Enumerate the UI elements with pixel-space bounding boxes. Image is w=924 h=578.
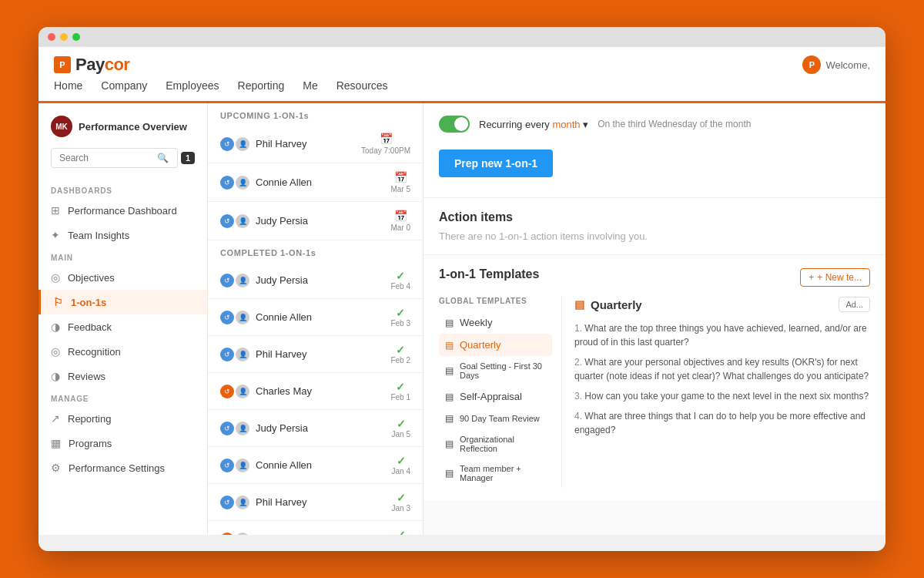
completed-header: COMPLETED 1-ON-1s bbox=[208, 240, 423, 262]
meeting-item-judy-persia-jan5[interactable]: ↺👤 Judy Persia ✓Jan 5 bbox=[208, 410, 423, 447]
sidebar-item-performance-settings[interactable]: ⚙ Performance Settings bbox=[38, 455, 207, 480]
sidebar-item-label: Recognition bbox=[68, 346, 121, 358]
template-item-org-reflection[interactable]: ▤ Organizational Reflection bbox=[439, 429, 552, 459]
welcome-badge: P Welcome, bbox=[802, 55, 870, 74]
dashboard-icon: ⊞ bbox=[51, 204, 60, 217]
settings-icon: ⚙ bbox=[51, 462, 61, 474]
template-item-quarterly[interactable]: ▤ Quarterly bbox=[439, 334, 552, 356]
welcome-text: Welcome, bbox=[825, 59, 870, 71]
meeting-icons: ↺ 👤 bbox=[220, 137, 249, 151]
template-item-90day[interactable]: ▤ 90 Day Team Review bbox=[439, 408, 552, 429]
action-items-empty: There are no 1-on-1 action items involvi… bbox=[439, 230, 870, 242]
meeting-name: Charles May bbox=[256, 533, 392, 535]
meeting-name: Phil Harvey bbox=[256, 348, 390, 360]
upcoming-header: UPCOMING 1-ON-1s bbox=[208, 103, 423, 125]
meeting-name: Connie Allen bbox=[256, 459, 392, 471]
meeting-item-connie-allen-jan4[interactable]: ↺👤 Connie Allen ✓Jan 4 bbox=[208, 447, 423, 484]
feedback-icon: ◑ bbox=[51, 321, 60, 333]
minimize-dot[interactable] bbox=[60, 33, 68, 41]
plus-icon: + bbox=[808, 272, 814, 283]
meeting-item-phil-harvey-upcoming[interactable]: ↺ 👤 Phil Harvey 📅 Today 7:00PM bbox=[208, 125, 423, 163]
template-question-2: 2. What are your personal objectives and… bbox=[574, 355, 870, 383]
close-dot[interactable] bbox=[48, 33, 55, 41]
sidebar-item-label: Performance Dashboard bbox=[68, 205, 177, 217]
meeting-name: Connie Allen bbox=[256, 311, 390, 323]
main-section-label: MAIN bbox=[38, 247, 207, 265]
template-detail-icon: ▤ bbox=[574, 298, 584, 311]
1on1s-icon: ⚐ bbox=[53, 296, 63, 308]
nav-reporting[interactable]: Reporting bbox=[238, 79, 285, 95]
meeting-name: Judy Persia bbox=[256, 422, 392, 434]
sidebar-search[interactable]: 🔍 1 bbox=[51, 148, 195, 168]
meeting-item-phil-harvey-feb2[interactable]: ↺👤 Phil Harvey ✓Feb 2 bbox=[208, 336, 423, 373]
sidebar-item-reporting[interactable]: ↗ Reporting bbox=[38, 406, 207, 431]
prep-button[interactable]: Prep new 1-on-1 bbox=[439, 150, 553, 177]
content-area: UPCOMING 1-ON-1s ↺ 👤 Phil Harvey 📅 Today… bbox=[208, 103, 886, 535]
sidebar-item-label: Reviews bbox=[68, 371, 105, 382]
meeting-item-judy-persia-upcoming[interactable]: ↺ 👤 Judy Persia 📅 Mar 0 bbox=[208, 202, 423, 240]
template-item-team-manager[interactable]: ▤ Team member + Manager bbox=[439, 459, 552, 488]
meeting-item-connie-allen-upcoming[interactable]: ↺ 👤 Connie Allen 📅 Mar 5 bbox=[208, 163, 423, 202]
template-detail-title: ▤ Quarterly Ad... bbox=[574, 297, 870, 312]
templates-section: 1-on-1 Templates + + New te... GLOBAL TE… bbox=[424, 255, 886, 500]
recurring-note: On the third Wednesday of the month bbox=[598, 119, 751, 129]
meeting-icons: ↺ 👤 bbox=[220, 176, 249, 190]
logo: P Paycor bbox=[54, 55, 129, 75]
sidebar-item-label: Performance Settings bbox=[69, 462, 165, 474]
sidebar-item-feedback[interactable]: ◑ Feedback bbox=[38, 314, 207, 339]
template-icon: ▤ bbox=[445, 318, 454, 328]
template-icon: ▤ bbox=[445, 340, 454, 351]
recurring-text: Recurring every month ▾ bbox=[479, 119, 588, 130]
global-templates-label: GLOBAL TEMPLATES bbox=[439, 297, 552, 305]
template-item-self-appraisal[interactable]: ▤ Self-Appraisal bbox=[439, 385, 552, 408]
browser-body: P Paycor P Welcome, Home Company Employe… bbox=[38, 47, 886, 535]
recurring-section: Recurring every month ▾ On the third Wed… bbox=[424, 103, 886, 198]
meeting-item-phil-harvey-jan3[interactable]: ↺👤 Phil Harvey ✓Jan 3 bbox=[208, 484, 423, 521]
middle-panel: UPCOMING 1-ON-1s ↺ 👤 Phil Harvey 📅 Today… bbox=[208, 103, 424, 535]
sidebar-item-label: Programs bbox=[69, 438, 112, 449]
sidebar-item-label: Objectives bbox=[68, 272, 115, 284]
avatar-icon: 👤 bbox=[236, 137, 249, 151]
template-icon: ▤ bbox=[445, 365, 454, 376]
new-template-button[interactable]: + + New te... bbox=[800, 268, 870, 287]
manage-section-label: MANAGE bbox=[38, 388, 207, 406]
meeting-item-judy-persia-feb4[interactable]: ↺👤 Judy Persia ✓Feb 4 bbox=[208, 262, 423, 299]
reporting-icon: ↗ bbox=[51, 412, 60, 425]
sidebar-item-performance-dashboard[interactable]: ⊞ Performance Dashboard bbox=[38, 198, 207, 223]
sync-icon: ↺ bbox=[220, 176, 234, 190]
sidebar-item-1on1s[interactable]: ⚐ 1-on-1s bbox=[38, 290, 207, 314]
sidebar-item-programs[interactable]: ▦ Programs bbox=[38, 431, 207, 455]
sidebar-item-team-insights[interactable]: ✦ Team Insights bbox=[38, 223, 207, 247]
nav-employees[interactable]: Employees bbox=[166, 79, 219, 95]
sidebar: MK Performance Overview 🔍 1 DASHBOARDS ⊞… bbox=[38, 103, 208, 535]
template-question-1: 1. What are the top three things you hav… bbox=[574, 321, 870, 349]
sidebar-item-reviews[interactable]: ◑ Reviews bbox=[38, 364, 207, 388]
template-icon: ▤ bbox=[445, 439, 454, 449]
add-template-button[interactable]: Ad... bbox=[839, 297, 870, 312]
sidebar-item-objectives[interactable]: ◎ Objectives bbox=[38, 265, 207, 290]
maximize-dot[interactable] bbox=[72, 33, 80, 41]
nav-home[interactable]: Home bbox=[54, 79, 82, 95]
nav-me[interactable]: Me bbox=[303, 79, 317, 95]
template-item-goal-setting[interactable]: ▤ Goal Setting - First 30 Days bbox=[439, 356, 552, 385]
sidebar-item-label: 1-on-1s bbox=[71, 297, 106, 308]
sidebar-item-recognition[interactable]: ◎ Recognition bbox=[38, 339, 207, 364]
sync-icon: ↺ bbox=[220, 137, 234, 151]
template-list: GLOBAL TEMPLATES ▤ Weekly ▤ Quarterly bbox=[439, 297, 562, 488]
toggle-knob bbox=[454, 117, 468, 131]
action-items-section: Action items There are no 1-on-1 action … bbox=[424, 198, 886, 255]
right-panel: Recurring every month ▾ On the third Wed… bbox=[424, 103, 886, 535]
month-link[interactable]: month bbox=[552, 119, 580, 130]
nav-resources[interactable]: Resources bbox=[336, 79, 388, 95]
template-icon: ▤ bbox=[445, 468, 454, 479]
recurring-toggle[interactable] bbox=[439, 116, 470, 133]
meeting-name: Judy Persia bbox=[256, 274, 390, 286]
nav-company[interactable]: Company bbox=[101, 79, 147, 95]
template-item-weekly[interactable]: ▤ Weekly bbox=[439, 311, 552, 334]
action-items-title: Action items bbox=[439, 210, 870, 224]
meeting-item-charles-may-feb1[interactable]: ↺👤 Charles May ✓Feb 1 bbox=[208, 373, 423, 410]
meeting-item-connie-allen-feb3[interactable]: ↺👤 Connie Allen ✓Feb 3 bbox=[208, 299, 423, 336]
meeting-item-charles-may-jan2[interactable]: ↺👤 Charles May ✓Jan 2 bbox=[208, 521, 423, 535]
recognition-icon: ◎ bbox=[51, 345, 60, 358]
sidebar-item-label: Reporting bbox=[68, 413, 111, 425]
